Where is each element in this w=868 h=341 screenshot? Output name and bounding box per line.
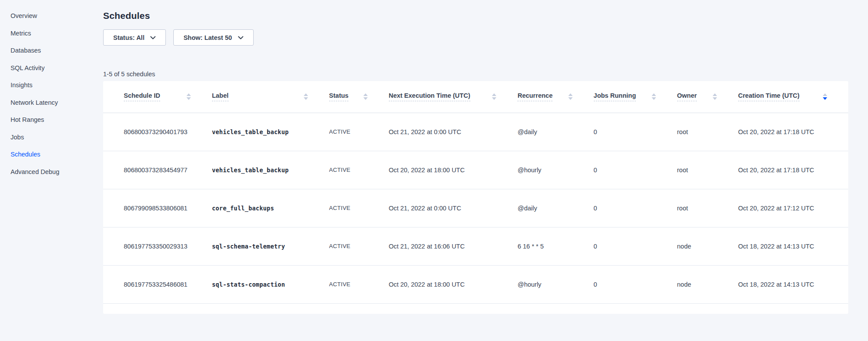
cell-label: sql-stats-compaction — [212, 265, 329, 303]
cell-created: Oct 18, 2022 at 14:13 UTC — [738, 265, 848, 303]
cell-id: 806800373283454977 — [103, 151, 212, 189]
cell-status: ACTIVE — [329, 189, 389, 227]
column-title: Creation Time (UTC) — [738, 92, 800, 101]
show-filter-dropdown[interactable]: Show: Latest 50 — [173, 29, 253, 46]
cell-next: Oct 21, 2022 at 16:06 UTC — [389, 227, 518, 265]
cell-next: Oct 20, 2022 at 18:00 UTC — [389, 265, 518, 303]
table-header-row: Schedule IDLabelStatusNext Execution Tim… — [103, 81, 848, 113]
cell-jobs: 0 — [594, 151, 677, 189]
cell-status: ACTIVE — [329, 113, 389, 151]
cell-id: 806197753325486081 — [103, 265, 212, 303]
column-header-id[interactable]: Schedule ID — [103, 81, 212, 113]
cell-recurrence: @daily — [517, 189, 593, 227]
sort-arrows-icon[interactable] — [363, 93, 368, 100]
cell-owner: node — [677, 227, 738, 265]
sidebar-item-sql-activity[interactable]: SQL Activity — [11, 64, 82, 72]
cell-created: Oct 20, 2022 at 17:12 UTC — [738, 189, 848, 227]
column-header-created[interactable]: Creation Time (UTC) — [738, 81, 848, 113]
sort-arrows-icon[interactable] — [652, 93, 656, 100]
cell-label: sql-schema-telemetry — [212, 227, 329, 265]
column-header-status[interactable]: Status — [329, 81, 389, 113]
cell-created: Oct 18, 2022 at 14:13 UTC — [738, 227, 848, 265]
sidebar-item-metrics[interactable]: Metrics — [11, 29, 82, 37]
chevron-down-icon — [150, 36, 156, 39]
cell-label: vehicles_table_backup — [212, 151, 329, 189]
schedules-table: Schedule IDLabelStatusNext Execution Tim… — [103, 81, 848, 304]
schedule-row: 806800373290401793vehicles_table_backupA… — [103, 113, 848, 151]
sidebar-nav-list: OverviewMetricsDatabasesSQL ActivityInsi… — [0, 12, 82, 176]
cell-next: Oct 20, 2022 at 18:00 UTC — [389, 151, 518, 189]
column-title: Label — [212, 92, 229, 101]
cell-recurrence: @hourly — [517, 151, 593, 189]
sidebar: OverviewMetricsDatabasesSQL ActivityInsi… — [0, 0, 82, 341]
sort-arrows-icon[interactable] — [304, 93, 308, 100]
page-title: Schedules — [103, 10, 848, 22]
sort-arrows-icon[interactable] — [823, 93, 827, 100]
column-title: Recurrence — [517, 92, 552, 101]
cell-id: 806799098533806081 — [103, 189, 212, 227]
cell-jobs: 0 — [594, 113, 677, 151]
sidebar-item-network-latency[interactable]: Network Latency — [11, 99, 82, 107]
cell-created: Oct 20, 2022 at 17:18 UTC — [738, 113, 848, 151]
cell-owner: root — [677, 151, 738, 189]
schedule-row: 806800373283454977vehicles_table_backupA… — [103, 151, 848, 189]
cell-label: core_full_backups — [212, 189, 329, 227]
cell-jobs: 0 — [594, 227, 677, 265]
table-body: 806800373290401793vehicles_table_backupA… — [103, 113, 848, 303]
sidebar-item-insights[interactable]: Insights — [11, 81, 82, 89]
results-count: 1-5 of 5 schedules — [103, 71, 848, 78]
status-filter-dropdown[interactable]: Status: All — [103, 29, 166, 46]
show-filter-label: Show: Latest 50 — [183, 34, 232, 41]
column-header-next[interactable]: Next Execution Time (UTC) — [389, 81, 518, 113]
main-content: Schedules Status: All Show: Latest 50 1-… — [82, 0, 868, 341]
cell-id: 806197753350029313 — [103, 227, 212, 265]
schedule-row: 806197753350029313sql-schema-telemetryAC… — [103, 227, 848, 265]
column-title: Status — [329, 92, 348, 101]
cell-next: Oct 21, 2022 at 0:00 UTC — [389, 189, 518, 227]
cell-owner: node — [677, 265, 738, 303]
schedule-row: 806799098533806081core_full_backupsACTIV… — [103, 189, 848, 227]
sort-arrows-icon[interactable] — [713, 93, 717, 100]
cell-label: vehicles_table_backup — [212, 113, 329, 151]
cell-recurrence: @daily — [517, 113, 593, 151]
cell-recurrence: @hourly — [517, 265, 593, 303]
cell-created: Oct 20, 2022 at 17:18 UTC — [738, 151, 848, 189]
sidebar-item-hot-ranges[interactable]: Hot Ranges — [11, 116, 82, 124]
sidebar-item-overview[interactable]: Overview — [11, 12, 82, 20]
sort-arrows-icon[interactable] — [492, 93, 496, 100]
sidebar-item-databases[interactable]: Databases — [11, 46, 82, 54]
cell-status: ACTIVE — [329, 151, 389, 189]
column-title: Schedule ID — [124, 92, 160, 101]
cell-next: Oct 21, 2022 at 0:00 UTC — [389, 113, 518, 151]
sidebar-item-jobs[interactable]: Jobs — [11, 133, 82, 141]
cell-status: ACTIVE — [329, 227, 389, 265]
sort-arrows-icon[interactable] — [568, 93, 573, 100]
cell-status: ACTIVE — [329, 265, 389, 303]
sidebar-item-schedules[interactable]: Schedules — [11, 150, 82, 158]
column-header-recurrence[interactable]: Recurrence — [517, 81, 593, 113]
chevron-down-icon — [238, 36, 244, 39]
cell-jobs: 0 — [594, 189, 677, 227]
schedules-table-card: Schedule IDLabelStatusNext Execution Tim… — [103, 81, 848, 314]
cell-id: 806800373290401793 — [103, 113, 212, 151]
column-header-owner[interactable]: Owner — [677, 81, 738, 113]
column-header-label[interactable]: Label — [212, 81, 329, 113]
app-root: OverviewMetricsDatabasesSQL ActivityInsi… — [0, 0, 868, 341]
cell-owner: root — [677, 113, 738, 151]
cell-recurrence: 6 16 * * 5 — [517, 227, 593, 265]
cell-jobs: 0 — [594, 265, 677, 303]
column-title: Jobs Running — [594, 92, 636, 101]
filter-bar: Status: All Show: Latest 50 — [103, 29, 848, 46]
schedule-row: 806197753325486081sql-stats-compactionAC… — [103, 265, 848, 303]
column-title: Owner — [677, 92, 697, 101]
column-header-jobs[interactable]: Jobs Running — [594, 81, 677, 113]
sidebar-item-advanced-debug[interactable]: Advanced Debug — [11, 168, 82, 176]
column-title: Next Execution Time (UTC) — [389, 92, 470, 101]
sort-arrows-icon[interactable] — [187, 93, 191, 100]
cell-owner: root — [677, 189, 738, 227]
status-filter-label: Status: All — [113, 34, 144, 41]
